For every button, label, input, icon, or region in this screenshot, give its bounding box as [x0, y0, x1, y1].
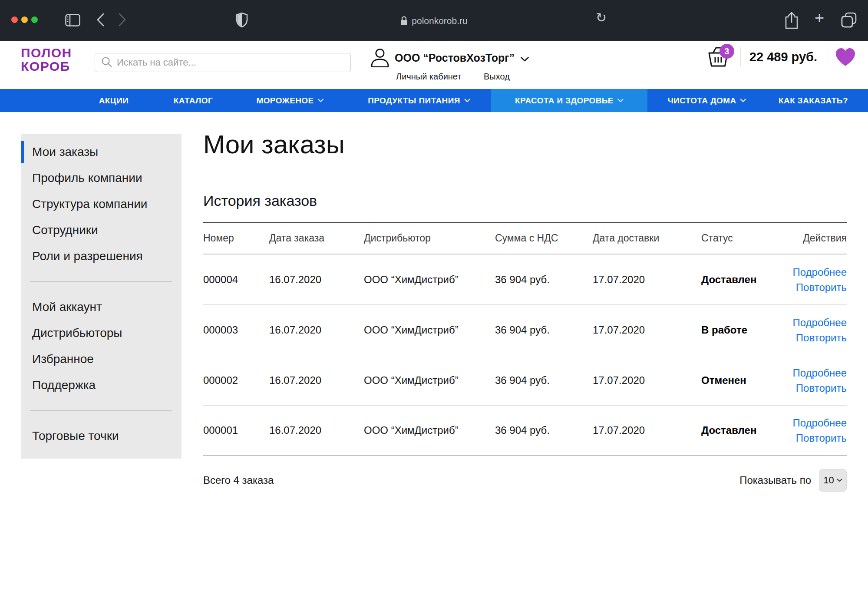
lock-icon — [400, 16, 408, 26]
details-link[interactable]: Подробнее — [773, 415, 847, 430]
order-distributor: ООО “ХимДистриб” — [364, 374, 495, 387]
col-header-distributor: Дистрибьютор — [364, 232, 495, 244]
per-page-value: 10 — [823, 475, 834, 486]
cart-button[interactable]: 3 — [706, 46, 732, 67]
order-distributor: ООО “ХимДистриб” — [364, 324, 495, 336]
order-row: 000001 16.07.2020 ООО “ХимДистриб” 36 90… — [203, 406, 847, 456]
order-status: Доставлен — [701, 274, 773, 286]
url-text: polonkorob.ru — [412, 16, 467, 26]
order-number: 000001 — [203, 424, 269, 436]
sidebar-item-roles[interactable]: Роли и разрешения — [21, 243, 182, 269]
nav-item-food[interactable]: ПРОДУКТЫ ПИТАНИЯ — [368, 89, 470, 112]
order-status: Доставлен — [701, 424, 773, 436]
col-header-actions: Действия — [773, 232, 847, 244]
new-tab-icon[interactable]: + — [815, 10, 824, 26]
search-icon — [101, 56, 112, 69]
orders-total-count: Всего 4 заказа — [203, 474, 274, 486]
sidebar-item-company-profile[interactable]: Профиль компании — [21, 165, 182, 191]
reload-icon[interactable]: ↻ — [596, 11, 607, 24]
site-header: ПОЛОН КОРОБ ООО “РостовХозТорг” Личный к… — [0, 41, 868, 89]
chevron-down-icon — [521, 52, 529, 64]
order-row: 000003 16.07.2020 ООО “ХимДистриб” 36 90… — [203, 305, 847, 355]
order-row: 000002 16.07.2020 ООО “ХимДистриб” 36 90… — [203, 355, 847, 406]
nav-item-beauty-health[interactable]: КРАСОТА И ЗДОРОВЬЕ — [491, 89, 647, 112]
order-distributor: ООО “ХимДистриб” — [364, 424, 495, 436]
table-header-row: Номер Дата заказа Дистрибьютор Сумма с Н… — [203, 223, 847, 254]
sidebar-item-my-account[interactable]: Мой аккаунт — [21, 294, 182, 320]
table-footer: Всего 4 заказа Показывать по 10 — [203, 469, 847, 492]
order-number: 000002 — [203, 374, 269, 387]
repeat-link[interactable]: Повторить — [773, 280, 847, 295]
chevron-down-icon — [837, 479, 842, 482]
site-search — [95, 53, 351, 72]
sidebar-divider — [30, 410, 172, 411]
chevron-down-icon — [740, 99, 746, 102]
per-page-label: Показывать по — [739, 474, 811, 486]
cart-total[interactable]: 22 489 руб. — [749, 50, 817, 64]
divider — [826, 47, 826, 66]
order-total: 36 904 руб. — [495, 274, 593, 286]
personal-cabinet-link[interactable]: Личный кабинет — [396, 72, 461, 81]
details-link[interactable]: Подробнее — [773, 365, 847, 380]
share-icon[interactable] — [784, 11, 799, 30]
search-input[interactable] — [117, 57, 344, 68]
site-logo[interactable]: ПОЛОН КОРОБ — [21, 46, 72, 73]
order-date: 16.07.2020 — [269, 374, 364, 387]
cart-badge: 3 — [719, 44, 734, 59]
nav-item-home-clean[interactable]: ЧИСТОТА ДОМА — [667, 89, 746, 112]
logo-line-1: ПОЛОН — [21, 46, 72, 59]
sidebar-item-my-orders[interactable]: Мои заказы — [21, 139, 182, 165]
page-title: Мои заказы — [203, 129, 847, 159]
divider — [740, 47, 741, 66]
details-link[interactable]: Подробнее — [773, 315, 847, 330]
order-delivery-date: 17.07.2020 — [593, 424, 701, 436]
logo-line-2: КОРОБ — [21, 59, 72, 73]
sidebar-item-favorites[interactable]: Избранное — [21, 346, 182, 372]
nav-item-catalog[interactable]: КАТАЛОГ — [174, 89, 213, 112]
col-header-status: Статус — [701, 232, 773, 244]
tab-overview-icon[interactable] — [841, 12, 857, 28]
order-delivery-date: 17.07.2020 — [593, 374, 701, 387]
logout-link[interactable]: Выход — [484, 72, 510, 81]
browser-chrome: polonkorob.ru ↻ + — [0, 0, 868, 41]
chevron-down-icon — [318, 99, 324, 102]
orders-table: Номер Дата заказа Дистрибьютор Сумма с Н… — [203, 222, 847, 456]
address-bar[interactable]: polonkorob.ru — [0, 0, 868, 41]
favorites-heart-icon[interactable] — [835, 47, 856, 66]
details-link[interactable]: Подробнее — [773, 264, 847, 280]
order-total: 36 904 руб. — [495, 324, 593, 336]
order-row: 000004 16.07.2020 ООО “ХимДистриб” 36 90… — [203, 254, 847, 305]
per-page-select[interactable]: 10 — [819, 469, 847, 492]
section-title: История заказов — [203, 192, 847, 209]
order-date: 16.07.2020 — [269, 324, 364, 336]
account-sidebar: Мои заказы Профиль компании Структура ко… — [21, 134, 182, 459]
order-number: 000003 — [203, 324, 269, 336]
order-distributor: ООО “ХимДистриб” — [364, 274, 495, 286]
orders-main: Мои заказы История заказов Номер Дата за… — [203, 112, 847, 492]
order-date: 16.07.2020 — [269, 424, 364, 436]
account-name-dropdown[interactable]: ООО “РостовХозТорг” — [395, 52, 529, 64]
order-number: 000004 — [203, 274, 269, 286]
sidebar-item-distributors[interactable]: Дистрибьюторы — [21, 320, 182, 346]
repeat-link[interactable]: Повторить — [773, 380, 847, 396]
order-date: 16.07.2020 — [269, 274, 364, 286]
sidebar-item-employees[interactable]: Сотрудники — [21, 217, 182, 243]
sidebar-item-company-structure[interactable]: Структура компании — [21, 191, 182, 217]
chevron-down-icon — [464, 99, 470, 102]
nav-item-ice-cream[interactable]: МОРОЖЕНОЕ — [256, 89, 323, 112]
order-delivery-date: 17.07.2020 — [593, 324, 701, 336]
nav-item-promos[interactable]: АКЦИИ — [99, 89, 129, 112]
nav-item-how-to-order[interactable]: КАК ЗАКАЗАТЬ? — [779, 89, 848, 112]
main-nav: АКЦИИ КАТАЛОГ МОРОЖЕНОЕ ПРОДУКТЫ ПИТАНИЯ… — [0, 89, 868, 112]
col-header-delivery-date: Дата доставки — [593, 232, 701, 244]
sidebar-divider — [30, 281, 172, 282]
repeat-link[interactable]: Повторить — [773, 330, 847, 345]
order-total: 36 904 руб. — [495, 424, 593, 436]
page-content: Мои заказы Профиль компании Структура ко… — [0, 112, 868, 608]
repeat-link[interactable]: Повторить — [773, 430, 847, 446]
sidebar-item-support[interactable]: Поддержка — [21, 372, 182, 398]
account-name: ООО “РостовХозТорг” — [395, 52, 515, 64]
sidebar-item-outlets[interactable]: Торговые точки — [21, 423, 182, 449]
order-delivery-date: 17.07.2020 — [593, 274, 701, 286]
order-total: 36 904 руб. — [495, 374, 593, 387]
